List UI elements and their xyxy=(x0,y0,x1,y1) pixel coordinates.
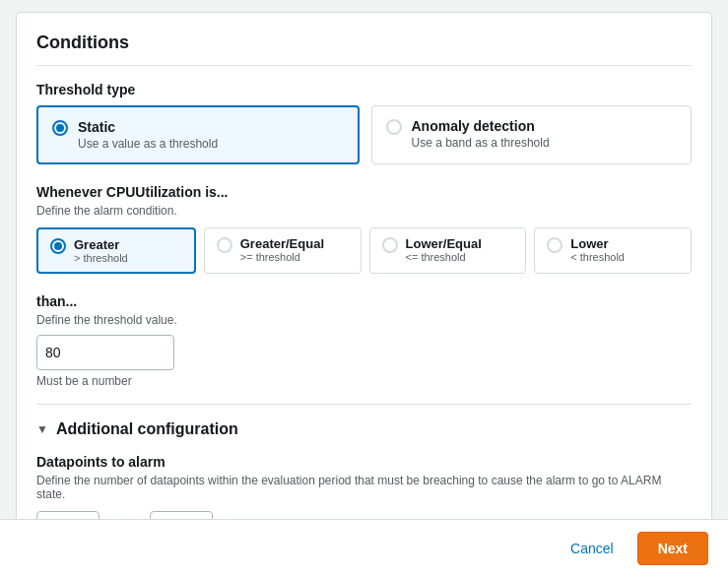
condition-lower-equal-radio[interactable] xyxy=(382,237,398,253)
whenever-section: Whenever CPUUtilization is... Define the… xyxy=(36,184,692,274)
datapoints-title: Datapoints to alarm xyxy=(36,454,692,470)
threshold-static-option[interactable]: Static Use a value as a threshold xyxy=(36,105,360,164)
condition-lower-radio[interactable] xyxy=(547,237,563,253)
threshold-static-radio[interactable] xyxy=(52,120,68,136)
condition-lower-desc: < threshold xyxy=(570,251,625,263)
threshold-static-text: Static Use a value as a threshold xyxy=(78,119,218,151)
condition-greater-equal-radio[interactable] xyxy=(217,237,232,253)
datapoints-desc: Define the number of datapoints within t… xyxy=(36,474,692,501)
condition-lower-text: Lower < threshold xyxy=(570,236,625,263)
datapoints-value2-input[interactable] xyxy=(150,511,213,519)
threshold-anomaly-radio[interactable] xyxy=(386,119,402,135)
additional-config-header: ▼ Additional configuration xyxy=(36,420,692,438)
threshold-static-desc: Use a value as a threshold xyxy=(78,137,218,151)
condition-greater-equal-title: Greater/Equal xyxy=(240,236,324,251)
condition-greater-title: Greater xyxy=(74,237,128,252)
threshold-type-label: Threshold type xyxy=(36,82,692,97)
condition-greater-equal[interactable]: Greater/Equal >= threshold xyxy=(204,227,362,274)
condition-lower-equal[interactable]: Lower/Equal <= threshold xyxy=(369,227,527,274)
condition-options-group: Greater > threshold Greater/Equal >= thr… xyxy=(36,227,692,274)
threshold-value-input[interactable] xyxy=(36,335,174,370)
condition-greater-desc: > threshold xyxy=(74,252,128,264)
collapse-icon[interactable]: ▼ xyxy=(36,422,48,436)
threshold-anomaly-desc: Use a band as a threshold xyxy=(412,136,550,150)
section-title: Conditions xyxy=(36,32,692,66)
than-section: than... Define the threshold value. Must… xyxy=(36,293,692,388)
cancel-button[interactable]: Cancel xyxy=(559,533,626,564)
than-desc: Define the threshold value. xyxy=(36,313,692,327)
threshold-anomaly-text: Anomaly detection Use a band as a thresh… xyxy=(412,118,550,150)
footer: Cancel Next xyxy=(0,519,728,577)
threshold-anomaly-option[interactable]: Anomaly detection Use a band as a thresh… xyxy=(371,105,693,164)
datapoints-section: Datapoints to alarm Define the number of… xyxy=(36,454,692,519)
condition-greater-radio[interactable] xyxy=(50,238,66,254)
threshold-anomaly-title: Anomaly detection xyxy=(412,118,550,134)
condition-lower-title: Lower xyxy=(570,236,625,251)
whenever-title: Whenever CPUUtilization is... xyxy=(36,184,692,200)
datapoints-value1-input[interactable] xyxy=(36,511,99,519)
threshold-value-wrapper xyxy=(36,335,174,370)
threshold-type-group: Static Use a value as a threshold Anomal… xyxy=(36,105,692,164)
condition-greater-equal-text: Greater/Equal >= threshold xyxy=(240,236,324,263)
condition-greater-text: Greater > threshold xyxy=(74,237,128,264)
whenever-desc: Define the alarm condition. xyxy=(36,204,692,218)
than-title: than... xyxy=(36,293,692,309)
threshold-static-title: Static xyxy=(78,119,218,135)
condition-lower-equal-desc: <= threshold xyxy=(406,251,482,263)
additional-config-title: Additional configuration xyxy=(56,420,238,438)
next-button[interactable]: Next xyxy=(637,532,708,565)
condition-lower-equal-title: Lower/Equal xyxy=(406,236,482,251)
condition-greater[interactable]: Greater > threshold xyxy=(36,227,196,274)
condition-lower-equal-text: Lower/Equal <= threshold xyxy=(406,236,482,263)
condition-lower[interactable]: Lower < threshold xyxy=(534,227,692,274)
condition-greater-equal-desc: >= threshold xyxy=(240,251,324,263)
must-be-number-hint: Must be a number xyxy=(36,374,692,388)
datapoints-inputs-group: out of xyxy=(36,511,692,519)
section-divider xyxy=(36,404,692,405)
